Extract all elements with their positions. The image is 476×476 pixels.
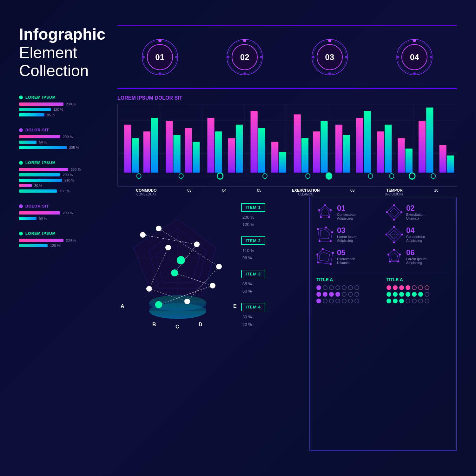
orbit-number-1: 01 (155, 52, 164, 62)
item-block-1: ITEM 1 230 %120 % (241, 203, 305, 228)
svg-point-99 (216, 264, 221, 269)
svg-rect-43 (151, 118, 158, 173)
svg-rect-51 (236, 125, 243, 173)
bar-chart-section: LOREM IPSUM DOLOR SIT (117, 95, 457, 197)
svg-rect-53 (258, 128, 265, 173)
panel-number-04: 04 (406, 226, 425, 235)
panel-number-01: 01 (337, 204, 356, 213)
svg-point-155 (393, 249, 395, 251)
svg-text:E: E (233, 303, 237, 309)
svg-rect-41 (132, 138, 139, 173)
panel-icon-01 (316, 204, 334, 221)
svg-point-17 (328, 39, 331, 42)
item-values-4: 30 %22 % (242, 313, 305, 328)
svg-text:D: D (199, 322, 202, 327)
svg-line-117 (329, 210, 331, 217)
svg-rect-54 (271, 142, 278, 173)
svg-rect-61 (343, 135, 350, 173)
svg-rect-55 (279, 152, 286, 173)
svg-point-13 (227, 56, 229, 58)
svg-point-95 (171, 270, 178, 276)
svg-rect-50 (228, 138, 235, 173)
svg-line-128 (394, 212, 401, 220)
bar-chart-container (117, 104, 457, 187)
main-container: Infographic Element Collection 01 (0, 0, 476, 476)
svg-point-137 (319, 240, 321, 242)
svg-point-6 (142, 56, 145, 58)
panel-item-03: 03 Lorem IpsumAdipiscing (316, 226, 381, 243)
item-badge-1: ITEM 1 (241, 203, 265, 212)
svg-rect-56 (294, 114, 301, 172)
panel-icon-03 (316, 226, 334, 243)
svg-rect-45 (173, 135, 180, 173)
item-block-4: ITEM 4 30 %22 % (241, 303, 305, 328)
svg-rect-44 (166, 121, 173, 173)
orbit-item-1: 01 (141, 38, 179, 76)
svg-rect-62 (356, 118, 363, 173)
orbit-item-4: 04 (395, 38, 433, 76)
svg-point-150 (330, 263, 332, 265)
svg-point-134 (325, 227, 327, 228)
svg-point-151 (317, 261, 319, 263)
svg-point-159 (387, 254, 389, 255)
svg-point-103 (177, 256, 185, 264)
panel-number-02: 02 (406, 204, 424, 213)
panel-grid: 01 ConsecteturAdipiscing (316, 204, 450, 266)
right-panel: 01 ConsecteturAdipiscing (309, 197, 457, 451)
orbit-section: 01 02 (117, 25, 457, 89)
svg-point-102 (166, 245, 171, 250)
title-a-right: TITLE A (387, 277, 450, 305)
svg-rect-59 (321, 121, 327, 173)
svg-rect-65 (385, 125, 392, 173)
svg-point-96 (210, 283, 215, 288)
panel-number-06: 06 (406, 248, 426, 257)
x-axis-labels: COMMODO CONSEQUAT 03 04 05 EXERCITATION … (117, 188, 457, 196)
svg-rect-66 (398, 138, 405, 173)
svg-point-136 (330, 240, 332, 242)
panel-text-02: ExercitationUllamco (406, 213, 424, 220)
title-a-left-label: TITLE A (316, 277, 380, 282)
svg-line-119 (319, 210, 321, 217)
svg-rect-42 (143, 131, 150, 172)
items-section: ITEM 1 230 %120 % ITEM 2 110 %98 % ITEM … (241, 203, 305, 336)
orbit-number-4: 04 (410, 52, 419, 62)
svg-marker-147 (320, 252, 330, 261)
svg-point-5 (159, 72, 161, 75)
panel-text-06: Lorem IpsumAdipiscing (406, 257, 426, 265)
svg-marker-154 (391, 253, 398, 260)
svg-line-120 (319, 205, 325, 210)
orbit-number-2: 02 (240, 52, 249, 62)
svg-point-133 (317, 228, 319, 230)
svg-point-4 (175, 56, 178, 58)
title-section: Infographic Element Collection (19, 25, 108, 80)
svg-rect-40 (124, 125, 131, 173)
panel-icon-02 (386, 204, 403, 221)
svg-point-27 (397, 56, 399, 58)
panel-icon-05 (316, 248, 334, 266)
title-line2: Element (19, 44, 108, 62)
item-badge-4: ITEM 4 (241, 303, 265, 311)
svg-point-93 (140, 232, 145, 237)
panel-item-06: 06 Lorem IpsumAdipiscing (386, 248, 450, 266)
svg-line-130 (387, 205, 394, 212)
svg-rect-49 (215, 131, 222, 172)
panel-item-01: 01 ConsecteturAdipiscing (316, 204, 381, 221)
panel-item-04: 04 ConsecteturAdipiscing (386, 226, 450, 243)
item-badge-2: ITEM 2 (241, 236, 265, 245)
panel-text-04: ConsecteturAdipiscing (406, 235, 425, 242)
svg-rect-46 (185, 128, 192, 173)
svg-marker-132 (320, 229, 330, 239)
svg-rect-52 (251, 111, 258, 173)
svg-point-20 (312, 56, 314, 58)
radar-section: A B C D E (117, 209, 238, 336)
svg-rect-64 (377, 131, 384, 172)
orbit-item-2: 02 (226, 38, 264, 76)
panel-icon-06 (386, 248, 403, 266)
item-badge-3: ITEM 3 (241, 270, 265, 278)
svg-point-10 (243, 39, 246, 42)
svg-marker-110 (321, 208, 329, 216)
svg-point-157 (397, 261, 399, 262)
svg-point-156 (399, 254, 401, 255)
item-values-3: 85 %60 % (242, 280, 305, 295)
svg-rect-71 (447, 155, 454, 173)
